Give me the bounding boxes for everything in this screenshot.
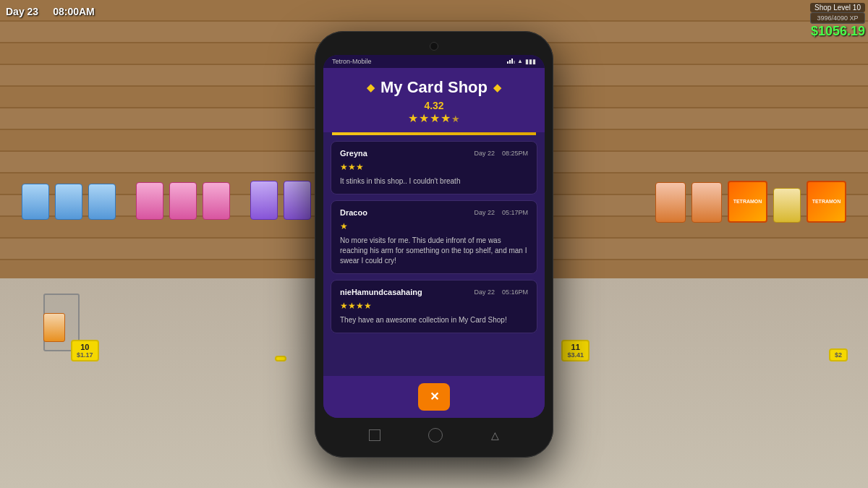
reviewer-3-name: nieHamundcasahaing [340,288,422,296]
product-pink-1 [136,182,163,220]
phone-camera [430,42,438,51]
hud-day: Day 23 [6,6,38,17]
phone-container: Tetron-Mobile ▲ ▮▮▮ ◆ [315,31,553,458]
reviewer-1-name: Greyna [340,149,367,158]
battery-icon: ▮▮▮ [525,58,536,65]
rating-stars: ★★★★★ [332,111,536,125]
xp-bar: 3996/4090 XP [810,12,865,24]
app-bottom: ✕ [323,376,545,418]
product-tetramon-box: TETRAMON [728,181,767,223]
app-header: ◆ My Card Shop ◆ 4.32 ★★★★★ [323,68,545,132]
close-button[interactable]: ✕ [418,383,450,411]
review-2-day: Day 22 [474,209,495,216]
review-1-day: Day 22 [474,150,495,157]
hud-top-right: Shop Level 10 3996/4090 XP $1056.19 [810,3,865,39]
product-blue-3 [88,184,116,220]
product-yellow-1 [773,188,801,223]
hud-time: 08:00AM [53,6,95,17]
product-tetramon-box-2: TETRAMON [807,181,846,223]
app-content[interactable]: ◆ My Card Shop ◆ 4.32 ★★★★★ Greyna [323,68,545,376]
rating-number: 4.32 [332,100,536,111]
status-bar: Tetron-Mobile ▲ ▮▮▮ [323,55,545,68]
review-1-meta: Day 22 08:25PM [474,150,528,157]
review-2-header: Dracoo Day 22 05:17PM [340,208,528,217]
review-2-text: No more visits for me. This dude infront… [340,236,528,266]
status-icons: ▲ ▮▮▮ [507,58,536,65]
nav-circle-icon[interactable] [428,428,443,442]
product-orange-2 [692,182,722,223]
signal-bar-4 [514,61,515,64]
wifi-icon: ▲ [517,58,523,64]
signal-bar-2 [509,60,511,64]
review-3-stars: ★★★★ [340,301,528,311]
signal-bars-icon [507,59,515,64]
product-purple-2 [284,181,311,220]
review-card-1: Greyna Day 22 08:25PM ★★★ It stinks in t… [331,141,537,194]
review-1-stars: ★★★ [340,162,528,172]
reviewer-2-name: Dracoo [340,208,367,217]
left-shelf-products [22,181,344,220]
review-3-meta: Day 22 05:16PM [474,288,528,296]
review-1-header: Greyna Day 22 08:25PM [340,149,528,158]
price-tag-3: 11 $3.41 [561,340,590,361]
price-tag-2 [275,356,286,361]
review-card-2: Dracoo Day 22 05:17PM ★ No more visits f… [331,200,537,274]
diamond-right-icon: ◆ [493,82,501,93]
rack-product [43,313,65,342]
product-purple-1 [250,181,278,220]
right-shelf-products: TETRAMON TETRAMON [655,181,846,223]
review-3-day: Day 22 [474,288,495,296]
carrier-label: Tetron-Mobile [332,58,372,65]
diamond-left-icon: ◆ [367,82,375,93]
phone-bottom-nav: △ [323,421,545,447]
review-3-time: 05:16PM [502,288,528,296]
money-display: $1056.19 [810,24,865,39]
shop-level: Shop Level 10 [810,3,865,12]
review-card-3: nieHamundcasahaing Day 22 05:16PM ★★★★ T… [331,280,537,333]
phone: Tetron-Mobile ▲ ▮▮▮ ◆ [315,31,553,458]
phone-screen: Tetron-Mobile ▲ ▮▮▮ ◆ [323,55,545,418]
nav-square-icon[interactable] [369,429,380,441]
review-1-text: It stinks in this shop.. I couldn't brea… [340,176,528,187]
price-tag-4: $2 [829,348,848,361]
review-1-time: 08:25PM [502,150,528,157]
reviews-list: Greyna Day 22 08:25PM ★★★ It stinks in t… [323,135,545,339]
product-blue-2 [55,184,82,220]
hud-top-left: Day 23 08:00AM [6,6,95,17]
review-2-meta: Day 22 05:17PM [474,209,528,216]
shop-title: ◆ My Card Shop ◆ [332,78,536,97]
review-3-header: nieHamundcasahaing Day 22 05:16PM [340,288,528,296]
shop-title-text: My Card Shop [380,78,488,97]
product-pink-3 [203,182,230,220]
signal-bar-3 [511,59,513,64]
product-pink-2 [169,182,197,220]
nav-triangle-icon[interactable]: △ [491,429,499,441]
product-blue-1 [22,184,49,220]
review-2-time: 05:17PM [502,209,528,216]
signal-bar-1 [507,61,509,64]
review-2-stars: ★ [340,221,528,231]
review-3-text: They have an awesome collection in My Ca… [340,315,528,325]
price-tag-1: 10 $1.17 [71,340,99,361]
product-orange-1 [655,182,686,223]
